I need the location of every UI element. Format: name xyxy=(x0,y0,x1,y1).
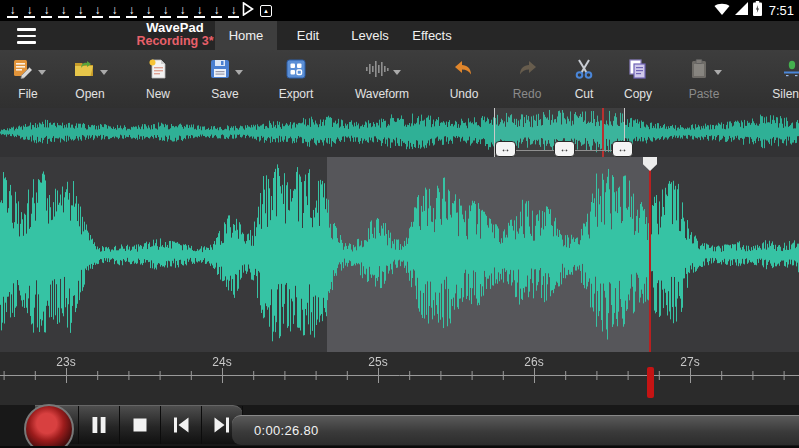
file-button[interactable]: File xyxy=(0,50,56,108)
toolbar-group: Silence xyxy=(744,50,799,108)
download-icons-row: ↓↓↓↓↓↓↓↓↓↓↓↓↓↓ xyxy=(4,4,242,18)
toolbar-item-label: Silence xyxy=(772,87,799,101)
redo-icon xyxy=(515,57,539,85)
timeline-label-26s: 26s xyxy=(524,355,543,369)
tab-effects[interactable]: Effects xyxy=(401,21,463,50)
download-complete-icon: ↓ xyxy=(143,4,154,18)
playhead-line xyxy=(649,167,651,352)
toolbar-item-label: Undo xyxy=(450,87,479,101)
timeline-label-23s: 23s xyxy=(56,355,75,369)
download-complete-icon: ↓ xyxy=(75,4,86,18)
export-button[interactable]: Export xyxy=(258,50,334,108)
view-start-drag-handle[interactable]: ↔ xyxy=(495,141,516,157)
new-icon xyxy=(146,57,170,85)
ribbon-tabs: HomeEditLevelsEffects xyxy=(215,21,463,50)
ribbon-toolbar: FileOpenNewSaveExportWaveformUndoRedoCut… xyxy=(0,50,799,109)
save-icon xyxy=(208,57,232,85)
waveform-icon xyxy=(364,57,390,85)
transport-buttons xyxy=(35,405,243,444)
playback-time-display: 0:00:26.80 xyxy=(254,423,318,438)
tab-edit[interactable]: Edit xyxy=(277,21,339,50)
redo-button: Redo xyxy=(496,50,558,108)
download-complete-icon: ↓ xyxy=(177,4,188,18)
export-icon xyxy=(284,57,308,85)
overview-waveform-canvas xyxy=(0,108,799,157)
waveform-button[interactable]: Waveform xyxy=(334,50,430,108)
toolbar-group: FileOpenNewSaveExportWaveform xyxy=(0,50,430,108)
file-icon xyxy=(11,57,35,85)
chevron-down-icon[interactable] xyxy=(393,70,401,75)
menu-hamburger-button[interactable] xyxy=(17,27,36,45)
open-button[interactable]: Open xyxy=(56,50,124,108)
toolbar-item-label: Waveform xyxy=(355,87,409,101)
undo-icon xyxy=(452,57,476,85)
play-store-icon xyxy=(242,2,254,20)
silence-icon xyxy=(780,57,799,85)
wavepad-app: ↓↓↓↓↓↓↓↓↓↓↓↓↓↓ ▲ 7:51 WavePad Recording … xyxy=(0,0,799,448)
download-complete-icon: ↓ xyxy=(228,4,239,18)
screen-overlay-icon: ▲ xyxy=(260,5,272,17)
toolbar-item-label: Cut xyxy=(575,87,594,101)
skip-forward-icon xyxy=(210,413,234,437)
download-complete-icon: ↓ xyxy=(109,4,120,18)
timeline-ruler[interactable]: 23s24s25s26s27s xyxy=(0,352,799,405)
cell-signal-icon xyxy=(734,2,749,20)
toolbar-group: UndoRedoCutCopyPaste xyxy=(432,50,742,108)
toolbar-item-label: Save xyxy=(211,87,238,101)
cut-button[interactable]: Cut xyxy=(558,50,610,108)
toolbar-item-label: Copy xyxy=(624,87,652,101)
download-complete-icon: ↓ xyxy=(160,4,171,18)
stop-button[interactable] xyxy=(120,406,161,444)
pause-icon xyxy=(87,413,111,437)
skip-back-icon xyxy=(169,413,193,437)
wifi-icon xyxy=(714,2,730,20)
main-waveform-canvas xyxy=(0,157,799,352)
tab-home[interactable]: Home xyxy=(215,21,277,50)
new-button[interactable]: New xyxy=(124,50,192,108)
time-readout-strip: 0:00:26.80 xyxy=(232,415,799,445)
view-end-drag-handle[interactable]: ↔ xyxy=(612,141,633,157)
download-complete-icon: ↓ xyxy=(126,4,137,18)
toolbar-item-label: Open xyxy=(75,87,104,101)
cut-icon xyxy=(572,57,596,85)
app-header: WavePad Recording 3* HomeEditLevelsEffec… xyxy=(0,21,799,50)
copy-button[interactable]: Copy xyxy=(610,50,666,108)
main-waveform-view[interactable] xyxy=(0,157,799,352)
silence-button[interactable]: Silence xyxy=(744,50,799,108)
timeline-label-27s: 27s xyxy=(680,355,699,369)
save-button[interactable]: Save xyxy=(192,50,258,108)
android-status-bar: ↓↓↓↓↓↓↓↓↓↓↓↓↓↓ ▲ 7:51 xyxy=(0,0,799,21)
download-complete-icon: ↓ xyxy=(211,4,222,18)
stop-icon xyxy=(128,413,152,437)
chevron-down-icon[interactable] xyxy=(100,70,108,75)
skip-back-button[interactable] xyxy=(161,406,202,444)
paste-icon xyxy=(687,57,711,85)
overview-waveform-strip[interactable]: ↔↔↔ xyxy=(0,108,799,157)
toolbar-item-label: Paste xyxy=(689,87,720,101)
view-center-drag-handle[interactable]: ↔ xyxy=(554,141,575,157)
toolbar-item-label: Export xyxy=(279,87,314,101)
record-button[interactable] xyxy=(24,404,74,448)
pause-button[interactable] xyxy=(79,406,120,444)
chevron-down-icon[interactable] xyxy=(714,70,722,75)
toolbar-item-label: Redo xyxy=(513,87,542,101)
status-clock: 7:51 xyxy=(769,3,794,18)
timeline-label-24s: 24s xyxy=(212,355,231,369)
chevron-down-icon[interactable] xyxy=(38,70,46,75)
battery-charging-icon xyxy=(753,1,762,20)
timeline-ticks xyxy=(0,352,799,405)
toolbar-item-label: New xyxy=(146,87,170,101)
download-complete-icon: ↓ xyxy=(194,4,205,18)
timeline-label-25s: 25s xyxy=(368,355,387,369)
tab-levels[interactable]: Levels xyxy=(339,21,401,50)
undo-button[interactable]: Undo xyxy=(432,50,496,108)
download-complete-icon: ↓ xyxy=(7,4,18,18)
download-complete-icon: ↓ xyxy=(92,4,103,18)
download-complete-icon: ↓ xyxy=(41,4,52,18)
copy-icon xyxy=(626,57,650,85)
download-complete-icon: ↓ xyxy=(58,4,69,18)
paste-button: Paste xyxy=(666,50,742,108)
timeline-playhead-marker[interactable] xyxy=(647,367,654,398)
transport-bar: 0:00:26.80 xyxy=(0,405,799,448)
chevron-down-icon[interactable] xyxy=(235,70,243,75)
